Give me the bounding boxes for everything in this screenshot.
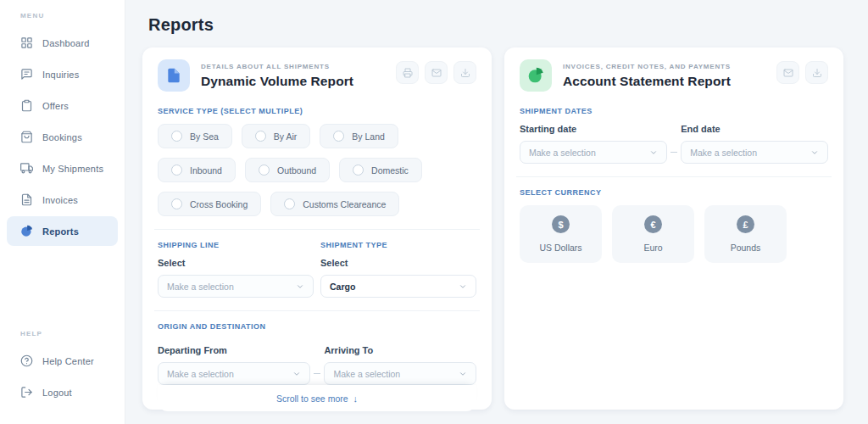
service-type-options: By Sea By Air By Land Inbound	[158, 124, 476, 216]
sidebar-item-label: My Shipments	[42, 164, 103, 174]
card-title: Dynamic Volume Report	[201, 74, 396, 89]
checkbox-circle-icon	[171, 131, 182, 142]
shipment-type-section-label: SHIPMENT TYPE	[320, 241, 476, 249]
sidebar-item-label: Help Center	[42, 356, 94, 366]
arrow-down-icon: ↓	[353, 393, 359, 404]
account-statement-report-card: INVOICES, CREDIT NOTES, AND PAYMENTS Acc…	[504, 47, 843, 410]
arriving-to-label: Arriving To	[324, 345, 476, 355]
sidebar-item-offers[interactable]: Offers	[7, 91, 118, 120]
sidebar-item-label: Reports	[42, 226, 79, 237]
inquiries-icon	[20, 68, 33, 81]
sidebar-item-bookings[interactable]: Bookings	[7, 122, 118, 152]
reports-icon	[20, 225, 33, 237]
checkbox-circle-icon	[255, 131, 266, 142]
departing-from-select[interactable]: Make a selection	[158, 362, 310, 385]
origin-destination-section-label: ORIGIN AND DESTINATION	[158, 322, 476, 331]
sidebar-item-logout[interactable]: Logout	[7, 377, 118, 407]
menu-section-label: MENU	[20, 12, 118, 20]
help-icon	[20, 354, 33, 367]
email-report-button[interactable]	[425, 61, 448, 84]
service-type-option-by-sea[interactable]: By Sea	[158, 124, 232, 148]
sidebar-item-dashboard[interactable]: Dashboard	[7, 28, 118, 58]
print-button[interactable]	[396, 61, 419, 84]
currency-options: $ US Dollars € Euro £ Pounds	[520, 205, 828, 263]
pie-chart-tile-icon	[520, 59, 552, 92]
range-separator	[314, 373, 321, 374]
email-report-button[interactable]	[776, 61, 799, 84]
card-eyebrow: DETAILS ABOUT ALL SHIPMENTS	[201, 63, 396, 70]
chevron-down-icon	[292, 370, 301, 378]
currency-option-euro[interactable]: € Euro	[612, 205, 694, 263]
service-type-option-customs-clearance[interactable]: Customs Cleareance	[270, 192, 399, 216]
logout-icon	[20, 386, 33, 399]
pound-coin-icon: £	[737, 215, 754, 233]
card-eyebrow: INVOICES, CREDIT NOTES, AND PAYMENTS	[563, 63, 776, 70]
currency-option-pounds[interactable]: £ Pounds	[704, 205, 787, 263]
shipping-line-select[interactable]: Make a selection	[158, 275, 314, 298]
service-type-option-inbound[interactable]: Inbound	[158, 158, 236, 182]
starting-date-label: Starting date	[520, 124, 667, 134]
chevron-down-icon	[459, 370, 467, 378]
sidebar-item-label: Inquiries	[42, 70, 79, 80]
offers-icon	[20, 99, 33, 112]
sidebar-item-label: Bookings	[42, 132, 82, 142]
arriving-to-select[interactable]: Make a selection	[324, 362, 476, 385]
checkbox-circle-icon	[259, 165, 270, 176]
download-report-button[interactable]	[805, 61, 828, 84]
sidebar-item-label: Dashboard	[42, 38, 90, 48]
dynamic-volume-report-card: DETAILS ABOUT ALL SHIPMENTS Dynamic Volu…	[142, 47, 492, 410]
shipment-dates-section-label: SHIPMENT DATES	[520, 107, 828, 115]
starting-date-select[interactable]: Make a selection	[520, 141, 667, 164]
mail-icon	[783, 68, 793, 78]
bookings-icon	[20, 131, 33, 143]
checkbox-circle-icon	[284, 198, 295, 209]
checkbox-circle-icon	[171, 198, 182, 209]
select-currency-section-label: SELECT CURRENCY	[520, 188, 828, 197]
divider	[516, 176, 832, 177]
app-window: MENU Dashboard Inquiries Offers Bookings	[0, 0, 868, 424]
download-icon	[460, 68, 470, 78]
page-title: Reports	[148, 15, 868, 35]
shipping-line-section-label: SHIPPING LINE	[158, 241, 314, 249]
sidebar-item-help-center[interactable]: Help Center	[7, 346, 118, 376]
dollar-coin-icon: $	[552, 215, 570, 233]
shipping-line-field-label: Select	[158, 258, 314, 268]
sidebar-item-invoices[interactable]: Invoices	[7, 185, 118, 215]
sidebar-item-inquiries[interactable]: Inquiries	[7, 59, 118, 89]
service-type-option-by-air[interactable]: By Air	[242, 124, 310, 148]
service-type-option-by-land[interactable]: By Land	[320, 124, 398, 148]
range-separator	[670, 152, 678, 153]
download-report-button[interactable]	[453, 61, 476, 84]
shipment-type-select[interactable]: Cargo	[320, 275, 476, 298]
checkbox-circle-icon	[353, 165, 364, 176]
service-type-section-label: SERVICE TYPE (SELECT MULTIPLE)	[158, 107, 476, 115]
sidebar-item-label: Offers	[42, 101, 69, 111]
shipment-type-field-label: Select	[320, 258, 476, 268]
checkbox-circle-icon	[171, 165, 182, 176]
service-type-option-cross-booking[interactable]: Cross Booking	[158, 192, 261, 216]
departing-from-label: Departing From	[158, 345, 310, 355]
mail-icon	[431, 68, 442, 78]
checkbox-circle-icon	[333, 131, 344, 142]
chevron-down-icon	[296, 282, 304, 291]
main-content: Reports DETAILS ABOUT ALL SHIPMENTS Dyna…	[125, 0, 868, 424]
divider	[154, 310, 480, 311]
document-tile-icon	[158, 59, 190, 92]
download-icon	[812, 68, 822, 78]
sidebar-item-my-shipments[interactable]: My Shipments	[7, 153, 118, 183]
currency-option-us-dollars[interactable]: $ US Dollars	[520, 205, 602, 263]
sidebar-item-label: Logout	[42, 388, 72, 398]
card-title: Account Statement Report	[563, 74, 776, 89]
service-type-option-outbound[interactable]: Outbound	[245, 158, 330, 182]
service-type-option-domestic[interactable]: Domestic	[339, 158, 422, 182]
invoices-icon	[20, 193, 33, 206]
end-date-select[interactable]: Make a selection	[681, 141, 828, 164]
chevron-down-icon	[459, 282, 467, 291]
dashboard-icon	[20, 36, 33, 49]
sidebar-item-reports[interactable]: Reports	[7, 216, 118, 246]
my-shipments-icon	[20, 162, 33, 175]
sidebar: MENU Dashboard Inquiries Offers Bookings	[0, 0, 125, 424]
chevron-down-icon	[810, 148, 819, 157]
scroll-to-see-more[interactable]: Scroll to see more ↓	[158, 385, 476, 411]
divider	[154, 229, 480, 230]
